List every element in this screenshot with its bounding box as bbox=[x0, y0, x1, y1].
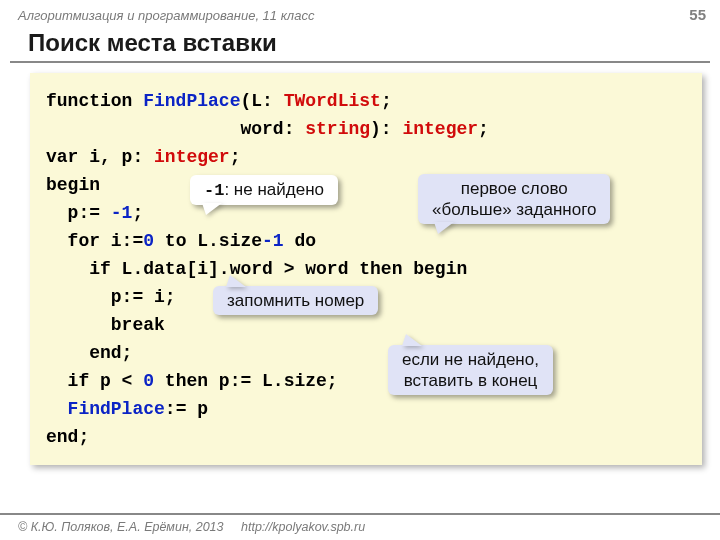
title-underline bbox=[10, 61, 710, 63]
callout-insert-end: если не найдено,вставить в конец bbox=[388, 345, 553, 395]
callout-first-greater-tail bbox=[434, 222, 454, 234]
slide-title: Поиск места вставки bbox=[0, 23, 720, 61]
page-number: 55 bbox=[689, 6, 706, 23]
callout-not-found: -1: не найдено bbox=[190, 175, 338, 205]
callout-remember-index-tail bbox=[226, 275, 246, 287]
footer: © К.Ю. Поляков, Е.А. Ерёмин, 2013 http:/… bbox=[0, 513, 720, 540]
callout-insert-end-tail bbox=[402, 334, 422, 346]
callout-not-found-tail bbox=[202, 203, 222, 215]
footer-url: http://kpolyakov.spb.ru bbox=[241, 520, 365, 534]
code-block: function FindPlace(L: TWordList; word: s… bbox=[30, 73, 702, 465]
callout-remember-index: запомнить номер bbox=[213, 286, 378, 315]
code-content: function FindPlace(L: TWordList; word: s… bbox=[46, 87, 692, 451]
callout-first-greater: первое слово«больше» заданного bbox=[418, 174, 610, 224]
header-subject: Алгоритмизация и программирование, 11 кл… bbox=[18, 8, 314, 23]
footer-copyright: © К.Ю. Поляков, Е.А. Ерёмин, 2013 bbox=[18, 520, 224, 534]
